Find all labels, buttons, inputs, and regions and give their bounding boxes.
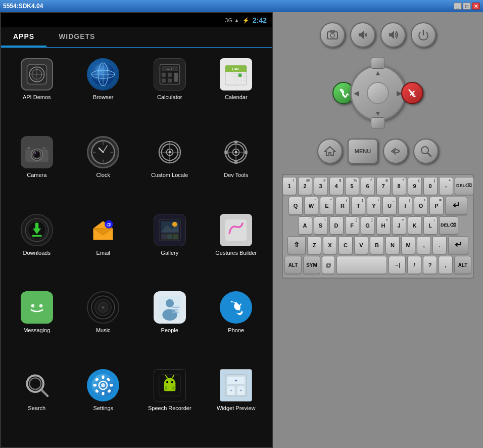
dpad-center-button[interactable] [367,82,389,104]
app-item-calculator[interactable]: ─ + Calculator [136,53,203,131]
svg-rect-108 [110,384,113,387]
key-space[interactable] [336,256,387,274]
app-item-gallery[interactable]: Gallery [136,209,203,287]
key-w[interactable]: "W [304,197,318,215]
key-enter2[interactable]: ↵ [448,236,468,254]
key-backspace[interactable]: DEL⌫ [439,216,458,235]
key-sym[interactable]: SYM [303,256,320,274]
key-u[interactable]: _U [382,197,397,215]
key-k[interactable]: K [408,216,422,235]
app-item-dev-tools[interactable]: Dev Tools [203,131,270,209]
key-j[interactable]: >J [392,216,406,235]
key-v[interactable]: V [354,236,368,254]
maximize-button[interactable]: □ [463,3,471,10]
key-period[interactable]: . [432,236,447,254]
app-item-browser[interactable]: Browser [70,53,137,131]
key-f[interactable]: [F [345,216,359,235]
key-8[interactable]: *8 [392,177,406,195]
volume-up-button[interactable] [380,22,406,48]
key-question[interactable]: ? [423,256,437,274]
gestures-icon [220,214,252,246]
status-bar: 3G ▲ ⚡ 2:42 [1,13,272,27]
key-enter[interactable]: ↵ [445,197,467,215]
key-6[interactable]: ^6 [361,177,375,195]
minimize-button[interactable]: _ [454,3,462,10]
key-2[interactable]: @2 [298,177,312,195]
app-item-messaging[interactable]: Messaging [4,286,70,364]
key-alt-left[interactable]: ALT [284,256,302,274]
key-alt-right[interactable]: ALT [454,256,471,274]
back-button[interactable] [383,139,408,164]
key-9[interactable]: (9 [408,177,422,195]
key-i[interactable]: |I [398,197,412,215]
dpad-area: ▲ ▼ ◀ ▶ [327,58,428,128]
close-button[interactable]: ✕ [472,3,480,10]
key-1[interactable]: !1 [282,177,297,195]
app-item-custom-locale[interactable]: Custom Locale [136,131,203,209]
key-at[interactable]: @ [322,256,335,274]
app-item-calendar[interactable]: CAL Calendar [203,53,270,131]
key-p[interactable]: =P [429,197,444,215]
app-item-music[interactable]: Music [70,286,137,364]
app-item-speech-recorder[interactable]: Speech Recorder [136,364,203,442]
key-o[interactable]: +O [414,197,428,215]
app-item-gestures-builder[interactable]: Gestures Builder [203,209,270,287]
app-item-clock[interactable]: Clock [70,131,137,209]
api-demos-label: API Demos [23,94,51,101]
key-slash[interactable]: / [407,256,421,274]
key-z[interactable]: Z [307,236,321,254]
search-nav-button[interactable] [413,139,439,164]
call-red-button[interactable] [401,82,423,104]
power-button[interactable] [411,22,436,48]
app-item-settings[interactable]: Settings [70,364,137,442]
key-0[interactable]: )0 [423,177,438,195]
key-t[interactable]: }T [351,197,365,215]
key-4[interactable]: $4 [329,177,344,195]
tab-apps[interactable]: APPS [1,27,46,47]
key-x[interactable]: X [323,236,337,254]
app-item-camera[interactable]: Camera [4,131,70,209]
key-a[interactable]: `A [298,216,312,235]
svg-point-130 [330,33,334,37]
dpad-up-button[interactable] [371,58,385,69]
key-comma2[interactable]: , [439,256,453,274]
key-n[interactable]: N [385,236,400,254]
key-7[interactable]: &7 [376,177,391,195]
key-y[interactable]: \Y [367,197,381,215]
key-minus[interactable]: +- [439,177,453,195]
dpad-down-button[interactable] [371,117,385,128]
app-item-phone[interactable]: Phone [203,286,270,364]
key-e[interactable]: "E [320,197,334,215]
key-comma[interactable]: , [417,236,431,254]
tab-widgets[interactable]: WIDGETS [46,27,107,47]
app-item-email[interactable]: @ Email [70,209,137,287]
app-item-people[interactable]: People [136,286,203,364]
app-item-downloads[interactable]: Downloads [4,209,70,287]
key-m[interactable]: M [401,236,415,254]
menu-button[interactable]: MENU [348,139,378,164]
svg-line-140 [428,153,431,156]
app-item-api-demos[interactable]: API Demos [4,53,70,131]
camera-ctrl-button[interactable] [320,22,345,48]
key-l[interactable]: ;L [423,216,438,235]
key-r[interactable]: {R [335,197,350,215]
key-del[interactable]: DEL⌫ [455,177,474,195]
svg-rect-105 [102,376,105,379]
key-s[interactable]: \S [314,216,328,235]
key-5[interactable]: %5 [345,177,359,195]
phone-panel: 3G ▲ ⚡ 2:42 APPS WIDGETS [0,12,273,448]
key-q[interactable]: ~Q [288,197,303,215]
key-3[interactable]: #3 [314,177,328,195]
app-item-search[interactable]: Search [4,364,70,442]
key-shift[interactable]: ⇧ [287,236,306,254]
svg-rect-95 [172,309,178,310]
app-item-widget-preview[interactable]: + + + Widget Preview [203,364,270,442]
key-arrow-right[interactable]: →| [389,256,406,274]
volume-down-button[interactable] [350,22,375,48]
key-b[interactable]: B [370,236,384,254]
home-button[interactable] [317,139,343,164]
key-c[interactable]: C [339,236,353,254]
key-h[interactable]: <H [376,216,391,235]
key-d[interactable]: `D [329,216,344,235]
key-g[interactable]: ]G [361,216,375,235]
